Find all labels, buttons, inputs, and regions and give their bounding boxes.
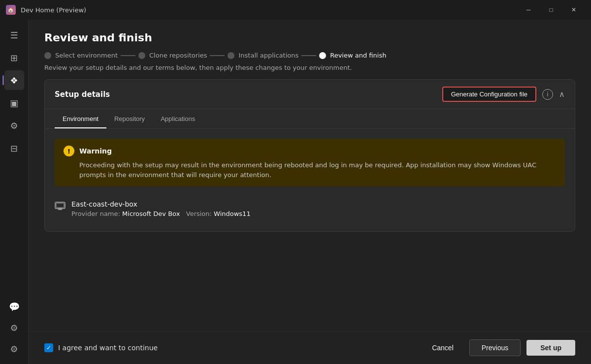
app-layout: ☰ ⊞ ❖ ▣ ⚙ ⊟ 💬 ⚙ ⚙: [0, 20, 591, 364]
settings-icon: ⚙: [10, 121, 18, 131]
tab-applications[interactable]: Applications: [153, 109, 203, 128]
step-1-dot: [44, 52, 51, 59]
page-title: Review and finish: [44, 31, 575, 44]
step-4-label: Review and finish: [330, 52, 386, 59]
step-3-label: Install applications: [238, 52, 298, 59]
collapse-button[interactable]: ∧: [559, 90, 565, 99]
device-icon: ▣: [10, 98, 18, 108]
tab-content-environment: ! Warning Proceeding with the setup may …: [45, 129, 575, 231]
info-symbol: i: [547, 91, 548, 98]
environment-details: East-coast-dev-box Provider name: Micros…: [71, 200, 251, 217]
sidebar-item-chat[interactable]: 💬: [4, 297, 24, 316]
dashboard-icon: ⊞: [10, 53, 18, 63]
step-4: Review and finish: [319, 52, 386, 59]
minimize-button[interactable]: ─: [517, 2, 540, 18]
sidebar-item-gear2[interactable]: ⚙: [4, 318, 24, 337]
page-header: Review and finish Select environment Clo…: [29, 20, 591, 79]
chat-icon: 💬: [9, 302, 20, 312]
sidebar-bottom: 💬 ⚙ ⚙: [4, 295, 24, 360]
stepper: Select environment Clone repositories In…: [44, 52, 575, 59]
setup-button[interactable]: Set up: [526, 340, 575, 356]
step-2: Clone repositories: [138, 52, 207, 59]
main-content: Review and finish Select environment Clo…: [29, 20, 591, 364]
environment-name: East-coast-dev-box: [71, 200, 251, 208]
step-connector-1: [121, 55, 135, 56]
agree-label: I agree and want to continue: [58, 344, 158, 352]
app-title: Dev Home (Preview): [21, 6, 517, 14]
step-connector-2: [210, 55, 225, 56]
warning-title: Warning: [79, 147, 112, 155]
environment-icon: [55, 201, 66, 212]
page-subtitle: Review your setup details and our terms …: [44, 64, 575, 71]
sidebar-item-menu[interactable]: ☰: [4, 25, 24, 45]
info-icon[interactable]: i: [542, 89, 553, 100]
cancel-button[interactable]: Cancel: [422, 340, 463, 356]
settings2-icon: ⚙: [10, 344, 18, 354]
tab-environment[interactable]: Environment: [55, 109, 106, 128]
content-area: Setup details Generate Configuration fil…: [29, 79, 591, 331]
agree-checkbox[interactable]: ✓ I agree and want to continue: [44, 343, 422, 352]
step-1-label: Select environment: [55, 52, 118, 59]
environment-item: East-coast-dev-box Provider name: Micros…: [55, 196, 565, 221]
step-2-dot: [138, 52, 145, 59]
checkmark-icon: ✓: [46, 344, 51, 351]
window-controls: ─ □ ✕: [517, 2, 585, 18]
sidebar-item-layers[interactable]: ❖: [4, 70, 24, 90]
tabs-bar: Environment Repository Applications: [45, 109, 575, 129]
step-3: Install applications: [228, 52, 298, 59]
warning-header: ! Warning: [64, 146, 556, 156]
footer-buttons: Cancel Previous Set up: [422, 339, 575, 356]
sidebar-item-settings[interactable]: ⚙: [4, 116, 24, 135]
agree-checkbox-box[interactable]: ✓: [44, 343, 53, 352]
titlebar: 🏠 Dev Home (Preview) ─ □ ✕: [0, 0, 591, 20]
setup-card-title: Setup details: [55, 90, 436, 99]
footer: ✓ I agree and want to continue Cancel Pr…: [29, 331, 591, 364]
setup-card: Setup details Generate Configuration fil…: [44, 79, 575, 232]
environment-meta: Provider name: Microsoft Dev Box Version…: [71, 210, 251, 217]
layers-icon: ❖: [10, 75, 18, 86]
tab-repository[interactable]: Repository: [106, 109, 153, 128]
generate-config-button[interactable]: Generate Configuration file: [442, 87, 536, 102]
previous-button[interactable]: Previous: [469, 339, 521, 356]
step-4-dot: [319, 52, 326, 59]
sidebar: ☰ ⊞ ❖ ▣ ⚙ ⊟ 💬 ⚙ ⚙: [0, 20, 29, 364]
warning-icon: !: [64, 146, 74, 156]
sidebar-item-device[interactable]: ▣: [4, 93, 24, 113]
app-icon: 🏠: [6, 5, 16, 15]
sidebar-item-briefcase[interactable]: ⊟: [4, 138, 24, 158]
briefcase-icon: ⊟: [10, 143, 18, 153]
warning-text: Proceeding with the setup may result in …: [64, 160, 556, 180]
svg-rect-1: [56, 203, 64, 208]
menu-icon: ☰: [10, 30, 18, 40]
gear2-icon: ⚙: [10, 323, 18, 333]
step-3-dot: [228, 52, 234, 59]
sidebar-item-settings2[interactable]: ⚙: [4, 339, 24, 359]
step-2-label: Clone repositories: [149, 52, 207, 59]
warning-box: ! Warning Proceeding with the setup may …: [55, 139, 565, 186]
setup-card-header: Setup details Generate Configuration fil…: [45, 80, 575, 109]
step-1: Select environment: [44, 52, 118, 59]
sidebar-item-dashboard[interactable]: ⊞: [4, 48, 24, 67]
step-connector-3: [301, 55, 316, 56]
maximize-button[interactable]: □: [540, 2, 562, 18]
close-button[interactable]: ✕: [562, 2, 585, 18]
